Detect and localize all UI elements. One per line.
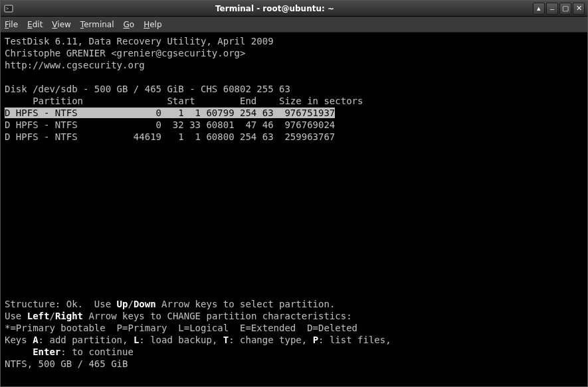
disk-line: Disk /dev/sdb - 500 GB / 465 GiB - CHS 6… [5, 84, 290, 94]
structure-line: Structure: Ok. Use Up/Down Arrow keys to… [5, 299, 335, 309]
minimize-button[interactable]: – [546, 3, 558, 15]
app-icon: > [3, 3, 14, 14]
legend-line: *=Primary bootable P=Primary L=Logical E… [5, 323, 357, 333]
terminal-window: > Terminal - root@ubuntu: ~ ▴ – ▢ ✕ File… [0, 0, 588, 387]
key-p: P [313, 335, 318, 345]
menu-file[interactable]: File [5, 20, 18, 29]
menu-go[interactable]: Go [124, 20, 135, 29]
leftright-line: Use Left/Right Arrow keys to CHANGE part… [5, 311, 352, 321]
key-down: Down [134, 299, 156, 309]
menu-edit[interactable]: Edit [27, 20, 43, 29]
close-button[interactable]: ✕ [573, 3, 585, 15]
terminal-output[interactable]: TestDisk 6.11, Data Recovery Utility, Ap… [1, 33, 587, 386]
enter-line: Enter: to continue [5, 347, 134, 357]
partition-table-header: Partition Start End Size in sectors [5, 96, 363, 106]
shade-button[interactable]: ▴ [533, 3, 545, 15]
app-header-2: Christophe GRENIER <grenier@cgsecurity.o… [5, 48, 245, 58]
maximize-button[interactable]: ▢ [559, 3, 571, 15]
partition-row[interactable]: D HPFS - NTFS 0 32 33 60801 47 46 976769… [5, 119, 335, 130]
ntfs-line: NTFS, 500 GB / 465 GiB [5, 358, 128, 369]
key-enter: Enter [33, 347, 60, 357]
key-right: Right [55, 311, 83, 321]
key-a: A [33, 335, 38, 345]
partition-row-selected[interactable]: D HPFS - NTFS 0 1 1 60799 254 63 9767519… [5, 108, 335, 118]
titlebar: > Terminal - root@ubuntu: ~ ▴ – ▢ ✕ [1, 1, 587, 17]
keys-line: Keys A: add partition, L: load backup, T… [5, 335, 391, 345]
key-t: T [223, 335, 229, 345]
menubar: File Edit View Terminal Go Help [1, 17, 587, 33]
app-header-1: TestDisk 6.11, Data Recovery Utility, Ap… [5, 36, 274, 46]
window-title: Terminal - root@ubuntu: ~ [17, 4, 533, 13]
menu-terminal[interactable]: Terminal [80, 20, 114, 29]
key-left: Left [27, 311, 50, 321]
key-up: Up [117, 299, 128, 309]
window-buttons: ▴ – ▢ ✕ [533, 3, 585, 15]
partition-row[interactable]: D HPFS - NTFS 44619 1 1 60800 254 63 259… [5, 131, 335, 142]
menu-help[interactable]: Help [144, 20, 161, 29]
svg-text:>: > [6, 6, 9, 11]
menu-view[interactable]: View [52, 20, 70, 29]
app-header-3: http://www.cgsecurity.org [5, 60, 145, 70]
